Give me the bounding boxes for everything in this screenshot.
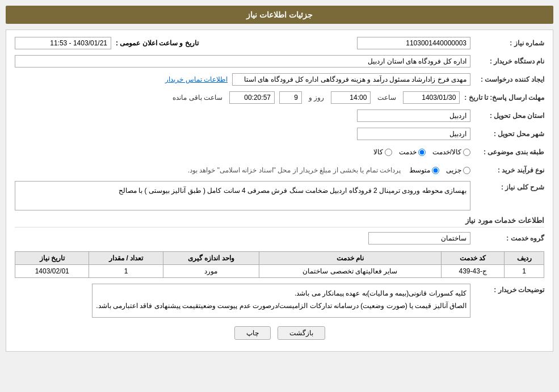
sharh-koli-label: شرح کلی نیاز : (470, 181, 544, 191)
name-dastgah-label: نام دستگاه خریدار : (470, 57, 544, 65)
novafarayand-radio-group: جزیی متوسط (409, 166, 470, 174)
mohlat-datetime-row: ساعت روز و ساعت باقی مانده (170, 91, 460, 104)
cell-kod: ج-43-439 (442, 265, 505, 278)
radio-kala-khedmat[interactable]: کالا/خدمت (432, 148, 470, 156)
shmare-and-tarikh-row: شماره نیاز : تاریخ و ساعت اعلان عمومی : (15, 36, 544, 50)
col-tedad: تعداد / مقدار (89, 252, 163, 265)
tosihaat-value-cell: کلیه کسورات قانونی(بیمه و مالیات)به عهده… (15, 284, 470, 318)
radio-kala-item[interactable]: کالا (373, 148, 392, 156)
table-header: ردیف کد خدمت نام خدمت واحد اندازه گیری ت… (15, 252, 544, 265)
khadamat-table: ردیف کد خدمت نام خدمت واحد اندازه گیری ت… (15, 251, 544, 278)
gorohe-khedmat-input[interactable] (368, 232, 470, 245)
ijad-konande-input[interactable] (232, 73, 470, 86)
tabaghebandi-radio-group: کالا/خدمت خدمت کالا (373, 148, 470, 156)
tarikh-saat-label: تاریخ و ساعت اعلان عمومی : (116, 39, 199, 47)
cell-name: سایر فعالیتهای تخصصی ساختمان (259, 265, 441, 278)
tosihaat-line2: الصاق آنالیز قیمت یا (صورت وضعیت) درساما… (96, 302, 466, 310)
gorohe-khedmat-value-cell (15, 232, 470, 245)
radio-motovaset-input[interactable] (432, 167, 439, 174)
name-dastgah-row: نام دستگاه خریدار : (15, 54, 544, 69)
novafarayand-label: نوع فرآیند خرید : (470, 166, 544, 174)
ijad-konande-label: ایجاد کننده درخواست : (470, 75, 544, 83)
gorohe-khedmat-row: گروه خدمت : (15, 231, 544, 246)
ostan-row: استان محل تحویل : (15, 108, 544, 123)
col-vahed: واحد اندازه گیری (163, 252, 259, 265)
radio-kala-input[interactable] (385, 149, 392, 156)
mohlat-saat-input[interactable] (331, 91, 371, 104)
shahr-value-cell (15, 128, 470, 140)
table-row: 1 ج-43-439 سایر فعالیتهای تخصصی ساختمان … (15, 265, 544, 278)
shmare-niaz-label: شماره نیاز : (470, 39, 544, 47)
name-dastgah-input[interactable] (15, 55, 470, 68)
cell-vahed: مورد (163, 265, 259, 278)
ijad-konande-value-cell: اطلاعات تماس خریدار (15, 73, 470, 86)
col-radif: ردیف (505, 252, 544, 265)
table-body: 1 ج-43-439 سایر فعالیتهای تخصصی ساختمان … (15, 265, 544, 278)
khadamat-section-title: اطلاعات خدمات مورد نیاز (15, 216, 544, 227)
radio-jozi-item[interactable]: جزیی (446, 166, 470, 174)
col-name: نام خدمت (259, 252, 441, 265)
shahr-label: شهر محل تحویل : (470, 130, 544, 138)
tabaghebandi-value-cell: کالا/خدمت خدمت کالا (15, 148, 470, 156)
radio-khedmat-item[interactable]: خدمت (399, 148, 426, 156)
tarikh-saat-input[interactable] (15, 37, 111, 49)
radio-khedmat-input[interactable] (418, 149, 426, 156)
mohlat-date-input[interactable] (403, 91, 460, 104)
col-kod: کد خدمت (442, 252, 505, 265)
ostan-label: استان محل تحویل : (470, 112, 544, 120)
shahr-row: شهر محل تحویل : (15, 127, 544, 141)
ijad-konande-row: ایجاد کننده درخواست : اطلاعات تماس خریدا… (15, 72, 544, 87)
shmare-niaz-value-cell (216, 37, 470, 49)
shmare-niaz-input[interactable] (357, 37, 470, 49)
gorohe-khedmat-label: گروه خدمت : (470, 234, 544, 242)
mande-label: ساعت باقی مانده (173, 94, 222, 102)
button-row: بازگشت چاپ (15, 326, 544, 345)
radio-jozi-input[interactable] (463, 167, 470, 174)
sharh-koli-value-cell: بهسازی محوطه ورودی ترمینال 2 فرودگاه ارد… (15, 181, 470, 210)
page-container: جزئیات اطلاعات نیاز شماره نیاز : تاریخ و… (0, 0, 559, 392)
sharh-koli-box: بهسازی محوطه ورودی ترمینال 2 فرودگاه ارد… (15, 181, 470, 210)
ostan-value-cell (15, 109, 470, 122)
mohlat-row: مهلت ارسال پاسخ: تا تاریخ : ساعت روز و س… (15, 90, 544, 105)
tarikh-saat-value-cell (15, 37, 111, 49)
ijad-konande-link[interactable]: اطلاعات تماس خریدار (165, 75, 228, 83)
tosihaat-box: کلیه کسورات قانونی(بیمه و مالیات)به عهده… (92, 284, 470, 318)
print-button[interactable]: چاپ (234, 326, 271, 340)
radio-kala-khedmat-input[interactable] (463, 149, 470, 156)
cell-tarikh: 1403/02/01 (15, 265, 89, 278)
saat-label: ساعت (377, 94, 396, 102)
sharh-koli-row: شرح کلی نیاز : بهسازی محوطه ورودی ترمینا… (15, 181, 544, 210)
tabaghebandi-label: طبقه بندی موضوعی : (470, 148, 544, 156)
col-tarikh: تاریخ نیاز (15, 252, 89, 265)
radio-motovaset-label: متوسط (409, 166, 430, 174)
tosihaat-row: توضیحات خریدار : کلیه کسورات قانونی(بیمه… (15, 284, 544, 318)
mohlat-mande-input[interactable] (229, 91, 275, 104)
novafarayand-value-cell: جزیی متوسط پرداخت تمام یا بخشی از مبلغ خ… (15, 166, 470, 174)
novafarayand-row: نوع فرآیند خرید : جزیی متوسط پرداخت تمام… (15, 163, 544, 178)
radio-kala-label: کالا (373, 148, 383, 156)
page-title: جزئیات اطلاعات نیاز (6, 6, 553, 24)
novafarayand-note: پرداخت تمام یا بخشی از مبلغ خریدار از مح… (188, 166, 401, 174)
roz-label: روز و (309, 94, 324, 102)
mohlat-value-cell: ساعت روز و ساعت باقی مانده (15, 91, 460, 104)
radio-jozi-label: جزیی (446, 166, 461, 174)
tosihaat-line1: کلیه کسورات قانونی(بیمه و مالیات)به عهده… (295, 289, 466, 297)
mohlat-roz-input[interactable] (279, 91, 302, 104)
cell-radif: 1 (505, 265, 544, 278)
main-card: شماره نیاز : تاریخ و ساعت اعلان عمومی : … (6, 29, 553, 352)
tabaghebandi-row: طبقه بندی موضوعی : کالا/خدمت خدمت کالا (15, 145, 544, 159)
radio-kala-khedmat-label: کالا/خدمت (432, 148, 461, 156)
back-button[interactable]: بازگشت (278, 326, 325, 340)
radio-motovaset-item[interactable]: متوسط (409, 166, 439, 174)
name-dastgah-value-cell (15, 55, 470, 68)
mohlat-label: مهلت ارسال پاسخ: تا تاریخ : (460, 94, 544, 102)
khadamat-table-container: ردیف کد خدمت نام خدمت واحد اندازه گیری ت… (15, 251, 544, 278)
shahr-input[interactable] (357, 128, 470, 140)
radio-khedmat-label: خدمت (399, 148, 417, 156)
tosihaat-label: توضیحات خریدار : (470, 284, 544, 294)
ostan-input[interactable] (357, 109, 470, 122)
table-header-row: ردیف کد خدمت نام خدمت واحد اندازه گیری ت… (15, 252, 544, 265)
cell-tedad: 1 (89, 265, 163, 278)
